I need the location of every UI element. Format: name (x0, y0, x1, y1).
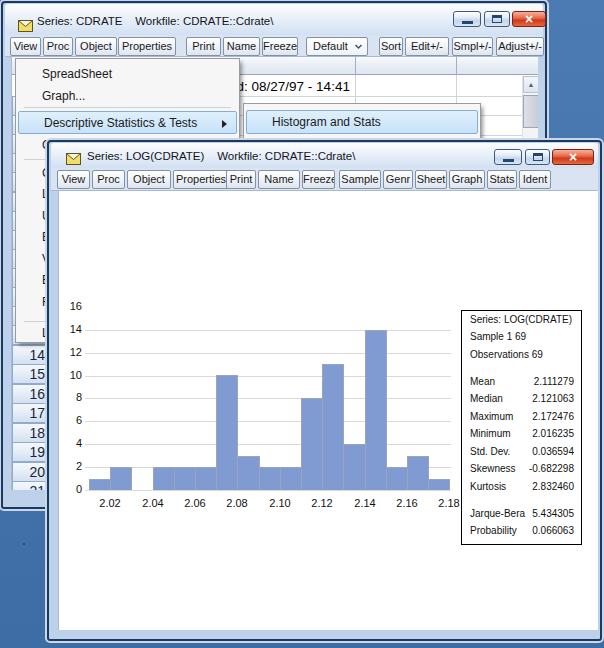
histogram-bar (322, 364, 344, 490)
stats-label: Median (470, 393, 503, 404)
stats-label: Series: LOG(CDRATE) (470, 314, 572, 325)
toolbar-button-smpl[interactable]: Smpl+/- (452, 37, 493, 56)
toolbar-button-properties[interactable]: Properties (118, 37, 176, 56)
chart-gridline (85, 376, 451, 377)
stats-line: Minimum2.016235 (470, 428, 574, 442)
stats-label: Jarque-Bera (470, 508, 525, 519)
stats-label: Kurtosis (470, 481, 506, 492)
histogram-bar (365, 330, 387, 490)
stats-value: 0.036594 (532, 446, 574, 457)
y-axis-label: 14 (59, 323, 82, 335)
fg-maximize-button[interactable] (525, 149, 550, 165)
toolbar-button-edit[interactable]: Edit+/- (405, 37, 449, 56)
y-axis-label: 8 (59, 391, 82, 403)
stats-value: 0.066063 (532, 525, 574, 536)
stats-label: Probability (470, 525, 517, 536)
stats-line: Observations 69 (470, 349, 574, 363)
stats-line: Sample 1 69 (470, 331, 574, 345)
stats-line: Mean2.111279 (470, 376, 574, 390)
histogram-bar (343, 444, 366, 490)
series-icon (66, 151, 81, 169)
stats-label: Maximum (470, 411, 513, 422)
menu-item-graph[interactable]: Graph... (17, 85, 238, 107)
toolbar-button-sheet[interactable]: Sheet (415, 170, 447, 189)
desktop-artifact-dot (23, 543, 25, 545)
toolbar-button-freeze[interactable]: Freeze (302, 170, 335, 189)
y-axis-label: 10 (59, 369, 82, 381)
histogram-bar (195, 467, 217, 490)
fg-minimize-button[interactable] (494, 149, 522, 165)
x-axis-label: 2.06 (175, 497, 215, 509)
toolbar-button-object[interactable]: Object (75, 37, 117, 56)
stats-label: Observations 69 (470, 349, 543, 360)
fg-close-button[interactable]: × (552, 149, 594, 165)
stats-value: -0.682298 (529, 463, 574, 474)
toolbar-button-print[interactable]: Print (226, 170, 256, 189)
chart-gridline (85, 444, 451, 445)
toolbar-button-freeze[interactable]: Freeze (262, 37, 298, 56)
stats-value: 2.016235 (532, 428, 574, 439)
x-axis-label: 2.04 (133, 497, 173, 509)
histogram-bar (280, 467, 302, 490)
stats-label: Skewness (470, 463, 516, 474)
bg-maximize-button[interactable] (484, 11, 510, 27)
column-separator (456, 57, 457, 75)
column-separator (355, 57, 356, 75)
histogram-bar (110, 467, 132, 490)
toolbar-button-name[interactable]: Name (258, 170, 300, 189)
stats-line: Maximum2.172476 (470, 411, 574, 425)
descriptive-stats-submenu: Histogram and Stats (243, 103, 481, 145)
toolbar-button-view[interactable]: View (57, 170, 90, 189)
stats-label: Std. Dev. (470, 446, 510, 457)
scroll-up-button[interactable]: ▲ (523, 76, 538, 93)
toolbar-button-name[interactable]: Name (223, 37, 260, 56)
bg-minimize-button[interactable] (453, 11, 481, 27)
minimize-icon (503, 159, 514, 162)
toolbar-button-sample[interactable]: Sample (339, 170, 381, 189)
series-icon (18, 18, 33, 36)
desktop: Series: CDRATE Workfile: CDRATE::Cdrate\… (0, 0, 604, 648)
stats-value: 2.121063 (532, 393, 574, 404)
stats-value: 2.111279 (534, 376, 574, 387)
stats-panel: Series: LOG(CDRATE)Sample 1 69Observatio… (461, 310, 582, 545)
stats-line: Series: LOG(CDRATE) (470, 314, 574, 328)
scroll-thumb[interactable] (523, 95, 538, 128)
stats-line: Std. Dev.0.036594 (470, 446, 574, 460)
histogram-bar (407, 456, 429, 490)
toolbar-button-proc[interactable]: Proc (92, 170, 125, 189)
toolbar-button-view[interactable]: View (10, 37, 41, 56)
histogram-bar (237, 456, 260, 490)
toolbar-button-sort[interactable]: Sort (379, 37, 403, 56)
toolbar-button-stats[interactable]: Stats (487, 170, 517, 189)
stats-value: 2.832460 (532, 481, 574, 492)
histogram-bar (386, 467, 408, 490)
toolbar-button-object[interactable]: Object (127, 170, 171, 189)
series-log-cdrate-window: Series: LOG(CDRATE) Workfile: CDRATE::Cd… (47, 140, 602, 641)
bg-titlebar[interactable]: Series: CDRATE Workfile: CDRATE::Cdrate\… (5, 4, 543, 35)
maximize-icon (533, 153, 543, 161)
submenu-item-histogram-and-stats[interactable]: Histogram and Stats (246, 110, 478, 134)
close-icon: × (525, 12, 533, 26)
menu-item-spreadsheet[interactable]: SpreadSheet (17, 63, 238, 85)
stats-label: Sample 1 69 (470, 331, 526, 342)
stats-label: Mean (470, 376, 495, 387)
chart-gridline (85, 398, 451, 399)
toolbar-button-properties[interactable]: Properties (173, 170, 229, 189)
histogram-bar (428, 479, 450, 490)
display-format-combo[interactable]: Default (306, 37, 368, 56)
stats-line: Jarque-Bera5.434305 (470, 508, 574, 522)
fg-titlebar[interactable]: Series: LOG(CDRATE) Workfile: CDRATE::Cd… (51, 143, 598, 168)
stats-value: 5.434305 (532, 508, 574, 519)
y-axis-label: 6 (59, 414, 82, 426)
toolbar-button-genr[interactable]: Genr (383, 170, 413, 189)
toolbar-button-print[interactable]: Print (186, 37, 221, 56)
toolbar-button-adjust[interactable]: Adjust+/- (496, 37, 544, 56)
menu-item-descriptive-statistics-tests[interactable]: Descriptive Statistics & Tests (18, 111, 237, 134)
toolbar-button-proc[interactable]: Proc (43, 37, 73, 56)
toolbar-button-graph[interactable]: Graph (449, 170, 485, 189)
chevron-down-icon (354, 44, 363, 50)
histogram-bar (216, 375, 238, 490)
bg-close-button[interactable]: × (512, 11, 546, 27)
toolbar-button-ident[interactable]: Ident (519, 170, 551, 189)
stats-value: 2.172476 (532, 411, 574, 422)
